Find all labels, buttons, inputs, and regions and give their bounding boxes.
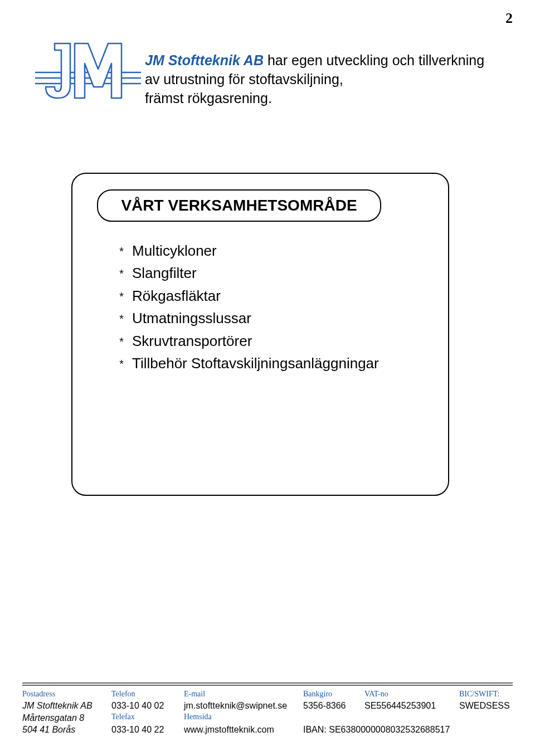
footer-company: JM Stoftteknik AB: [22, 700, 111, 712]
asterisk-icon: *: [118, 245, 125, 261]
list-item-label: Rökgasfläktar: [132, 286, 221, 306]
asterisk-icon: *: [118, 358, 125, 373]
page: 2 JM Stoftteknik AB har egen utveckling …: [0, 0, 535, 756]
footer-hemsida: www.jmstoftteknik.com: [184, 724, 303, 736]
intro-line-1: har egen utveckling och tillverkning: [264, 52, 484, 68]
label-postadress: Postadress: [22, 689, 111, 700]
company-name: JM Stoftteknik AB: [145, 52, 264, 68]
activities-title: VÅRT VERKSAMHETSOMRÅDE: [97, 189, 381, 222]
asterisk-icon: *: [118, 335, 125, 351]
page-number: 2: [505, 10, 513, 27]
footer-email: jm.stoftteknik@swipnet.se: [184, 700, 303, 712]
footer-bic: SWEDSESS: [459, 700, 521, 712]
list-item: *Utmatningsslussar: [118, 308, 423, 328]
activities-panel: VÅRT VERKSAMHETSOMRÅDE *Multicykloner *S…: [71, 173, 449, 496]
company-logo: [32, 38, 144, 121]
label-telefax: Telefax: [111, 712, 184, 724]
list-item: *Rökgasfläktar: [118, 286, 423, 306]
list-item-label: Tillbehör Stoftavskiljningsanläggningar: [132, 353, 379, 373]
list-item: *Skruvtransportörer: [118, 331, 423, 351]
asterisk-icon: *: [118, 290, 125, 306]
intro-text: JM Stoftteknik AB har egen utveckling oc…: [145, 51, 484, 108]
footer-street: Mårtensgatan 8: [22, 712, 111, 724]
list-item-label: Utmatningsslussar: [132, 308, 251, 328]
label-bic: BIC/SWIFT:: [459, 689, 521, 700]
list-item: *Tillbehör Stoftavskiljningsanläggningar: [118, 353, 423, 373]
footer-iban: IBAN: SE6380000008032532688517: [303, 724, 521, 736]
asterisk-icon: *: [118, 313, 125, 328]
list-item: *Multicykloner: [118, 241, 423, 261]
divider: [22, 682, 513, 684]
label-vatno: VAT-no: [364, 689, 459, 700]
label-bankgiro: Bankgiro: [303, 689, 364, 700]
label-hemsida: Hemsida: [184, 712, 303, 724]
divider: [22, 685, 513, 686]
footer: Postadress Telefon E-mail Bankgiro VAT-n…: [22, 681, 513, 736]
intro-line-3: främst rökgasrening.: [145, 90, 272, 106]
list-item-label: Multicykloner: [132, 241, 217, 261]
label-telefon: Telefon: [111, 689, 184, 700]
list-item: *Slangfilter: [118, 263, 423, 283]
footer-grid: Postadress Telefon E-mail Bankgiro VAT-n…: [22, 689, 513, 736]
intro-line-2: av utrustning för stoftavskiljning,: [145, 71, 343, 87]
footer-telefon: 033-10 40 02: [111, 700, 184, 712]
label-email: E-mail: [184, 689, 303, 700]
list-item-label: Skruvtransportörer: [132, 331, 252, 351]
list-item-label: Slangfilter: [132, 263, 197, 283]
footer-postal: 504 41 Borås: [22, 724, 111, 736]
footer-bankgiro: 5356-8366: [303, 700, 364, 712]
footer-vatno: SE556445253901: [364, 700, 459, 712]
asterisk-icon: *: [118, 267, 125, 283]
footer-telefax: 033-10 40 22: [111, 724, 184, 736]
activities-list: *Multicykloner *Slangfilter *Rökgasfläkt…: [118, 241, 423, 373]
